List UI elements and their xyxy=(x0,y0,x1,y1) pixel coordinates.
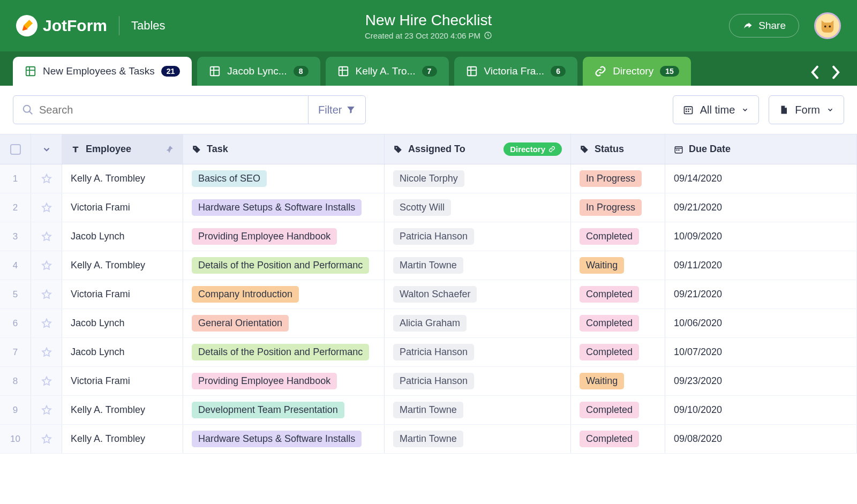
page-title[interactable]: New Hire Checklist xyxy=(365,12,492,29)
directory-link-badge[interactable]: Directory xyxy=(503,142,562,156)
tab-2[interactable]: Kelly A. Tro...7 xyxy=(326,57,449,86)
cell-task[interactable]: Details of the Position and Performanc xyxy=(183,251,385,280)
cell-task[interactable]: Hardware Setups & Software Installs xyxy=(183,193,385,222)
tab-1[interactable]: Jacob Lync...8 xyxy=(197,57,320,86)
cell-due[interactable]: 09/14/2020 xyxy=(665,164,857,193)
cell-employee[interactable]: Victoria Frami xyxy=(62,280,183,309)
avatar[interactable] xyxy=(814,12,841,39)
table-row[interactable]: 1Kelly A. TrombleyBasics of SEONicole To… xyxy=(0,164,857,193)
time-range-dropdown[interactable]: All time xyxy=(673,95,760,124)
cell-task[interactable]: Hardware Setups & Software Installs xyxy=(183,425,385,453)
column-status[interactable]: Status xyxy=(571,134,665,164)
cell-status[interactable]: Completed xyxy=(571,222,665,251)
cell-status[interactable]: Waiting xyxy=(571,367,665,395)
tab-4[interactable]: Directory15 xyxy=(583,57,691,86)
search-box[interactable] xyxy=(13,96,308,124)
cell-assigned[interactable]: Patricia Hanson xyxy=(385,367,571,395)
cell-employee[interactable]: Kelly A. Trombley xyxy=(62,425,183,453)
header-dropdown[interactable] xyxy=(31,134,62,164)
filter-icon xyxy=(346,105,356,115)
row-star[interactable] xyxy=(31,396,62,424)
cell-status[interactable]: Completed xyxy=(571,425,665,453)
column-task[interactable]: Task xyxy=(183,134,385,164)
cell-status[interactable]: Completed xyxy=(571,338,665,366)
form-dropdown[interactable]: Form xyxy=(769,95,844,124)
cell-assigned[interactable]: Scotty Will xyxy=(385,193,571,222)
tab-0[interactable]: New Employees & Tasks21 xyxy=(13,57,192,86)
row-star[interactable] xyxy=(31,367,62,395)
cell-status[interactable]: Completed xyxy=(571,280,665,309)
cell-due[interactable]: 09/21/2020 xyxy=(665,193,857,222)
cell-task[interactable]: Basics of SEO xyxy=(183,164,385,193)
column-employee[interactable]: Employee xyxy=(62,134,183,164)
row-star[interactable] xyxy=(31,280,62,309)
column-assigned[interactable]: Assigned To Directory xyxy=(385,134,571,164)
table-row[interactable]: 6Jacob LynchGeneral OrientationAlicia Gr… xyxy=(0,309,857,338)
row-star[interactable] xyxy=(31,309,62,337)
logo[interactable]: JotForm xyxy=(16,15,107,36)
row-star[interactable] xyxy=(31,164,62,193)
cell-assigned[interactable]: Patricia Hanson xyxy=(385,222,571,251)
cell-assigned[interactable]: Patricia Hanson xyxy=(385,338,571,366)
cell-assigned[interactable]: Walton Schaefer xyxy=(385,280,571,309)
table-row[interactable]: 8Victoria FramiProviding Employee Handbo… xyxy=(0,367,857,396)
cell-due[interactable]: 10/07/2020 xyxy=(665,338,857,366)
cell-employee[interactable]: Jacob Lynch xyxy=(62,338,183,366)
cell-assigned[interactable]: Martin Towne xyxy=(385,425,571,453)
svg-point-7 xyxy=(24,106,31,112)
pin-icon[interactable] xyxy=(164,145,174,154)
svg-rect-10 xyxy=(688,109,689,110)
table-row[interactable]: 3Jacob LynchProviding Employee HandbookP… xyxy=(0,222,857,251)
cell-status[interactable]: Completed xyxy=(571,396,665,424)
cell-due[interactable]: 09/10/2020 xyxy=(665,396,857,424)
row-star[interactable] xyxy=(31,425,62,453)
cell-employee[interactable]: Jacob Lynch xyxy=(62,309,183,337)
cell-assigned[interactable]: Nicole Torphy xyxy=(385,164,571,193)
share-button[interactable]: Share xyxy=(729,14,799,37)
table-row[interactable]: 9Kelly A. TrombleyDevelopment Team Prese… xyxy=(0,396,857,425)
cell-employee[interactable]: Jacob Lynch xyxy=(62,222,183,251)
tab-next-icon[interactable] xyxy=(831,65,840,79)
select-all-cell[interactable] xyxy=(0,134,31,164)
cell-due[interactable]: 09/08/2020 xyxy=(665,425,857,453)
cell-due[interactable]: 10/09/2020 xyxy=(665,222,857,251)
search-input[interactable] xyxy=(39,104,299,116)
select-all-checkbox[interactable] xyxy=(10,144,21,155)
tab-prev-icon[interactable] xyxy=(811,65,820,79)
cell-status[interactable]: In Progress xyxy=(571,193,665,222)
column-due[interactable]: Due Date xyxy=(665,134,857,164)
cell-task[interactable]: Company Introduction xyxy=(183,280,385,309)
cell-status[interactable]: Completed xyxy=(571,309,665,337)
row-star[interactable] xyxy=(31,251,62,280)
cell-employee[interactable]: Victoria Frami xyxy=(62,367,183,395)
cell-task[interactable]: Development Team Presentation xyxy=(183,396,385,424)
table-row[interactable]: 10Kelly A. TrombleyHardware Setups & Sof… xyxy=(0,425,857,454)
tab-3[interactable]: Victoria Fra...6 xyxy=(454,57,578,86)
table-row[interactable]: 4Kelly A. TrombleyDetails of the Positio… xyxy=(0,251,857,280)
table-row[interactable]: 5Victoria FramiCompany IntroductionWalto… xyxy=(0,280,857,309)
cell-status[interactable]: In Progress xyxy=(571,164,665,193)
cell-employee[interactable]: Kelly A. Trombley xyxy=(62,251,183,280)
cell-task[interactable]: Providing Employee Handbook xyxy=(183,367,385,395)
cell-employee[interactable]: Kelly A. Trombley xyxy=(62,396,183,424)
cell-status[interactable]: Waiting xyxy=(571,251,665,280)
table-row[interactable]: 7Jacob LynchDetails of the Position and … xyxy=(0,338,857,367)
cell-due[interactable]: 10/06/2020 xyxy=(665,309,857,337)
filter-button[interactable]: Filter xyxy=(308,96,365,124)
cell-employee[interactable]: Kelly A. Trombley xyxy=(62,164,183,193)
cell-assigned[interactable]: Martin Towne xyxy=(385,251,571,280)
cell-assigned[interactable]: Alicia Graham xyxy=(385,309,571,337)
cell-task[interactable]: Providing Employee Handbook xyxy=(183,222,385,251)
row-star[interactable] xyxy=(31,338,62,366)
cell-employee[interactable]: Victoria Frami xyxy=(62,193,183,222)
table-row[interactable]: 2Victoria FramiHardware Setups & Softwar… xyxy=(0,193,857,222)
cell-due[interactable]: 09/23/2020 xyxy=(665,367,857,395)
cell-assigned[interactable]: Martin Towne xyxy=(385,396,571,424)
row-star[interactable] xyxy=(31,222,62,251)
cell-due[interactable]: 09/21/2020 xyxy=(665,280,857,309)
cell-task[interactable]: General Orientation xyxy=(183,309,385,337)
subapp-name[interactable]: Tables xyxy=(131,19,166,33)
cell-due[interactable]: 09/11/2020 xyxy=(665,251,857,280)
cell-task[interactable]: Details of the Position and Performanc xyxy=(183,338,385,366)
row-star[interactable] xyxy=(31,193,62,222)
